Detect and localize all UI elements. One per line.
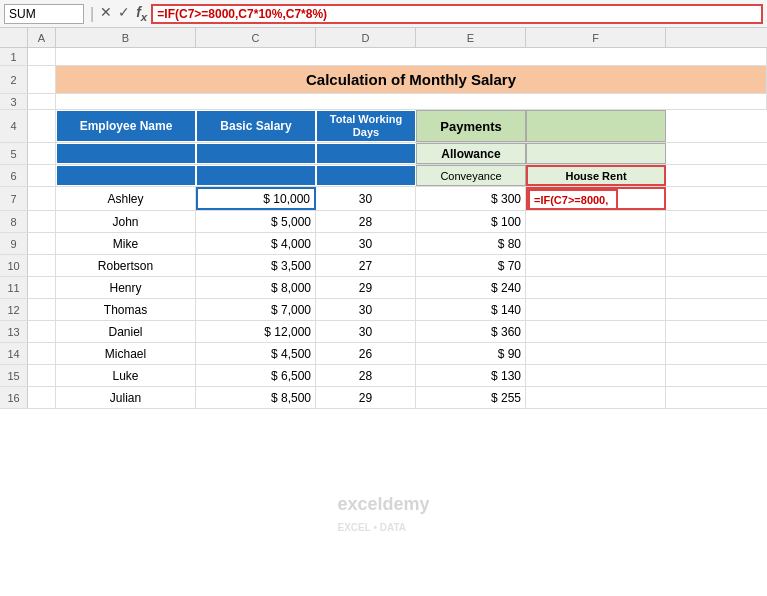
- cell-e7-conv[interactable]: $ 300: [416, 187, 526, 210]
- cell-c13[interactable]: $ 12,000: [196, 321, 316, 342]
- name-box[interactable]: [4, 4, 84, 24]
- cell-b8[interactable]: John: [56, 211, 196, 232]
- row-14: 14 Michael $ 4,500 26 $ 90: [0, 343, 767, 365]
- cell-c10[interactable]: $ 3,500: [196, 255, 316, 276]
- col-header-b: B: [56, 28, 196, 47]
- cell-a12[interactable]: [28, 299, 56, 320]
- cell-c11[interactable]: $ 8,000: [196, 277, 316, 298]
- cell-f9[interactable]: [526, 233, 666, 254]
- cell-e15[interactable]: $ 130: [416, 365, 526, 386]
- cell-e11[interactable]: $ 240: [416, 277, 526, 298]
- row-8: 8 John $ 5,000 28 $ 100: [0, 211, 767, 233]
- cell-c8[interactable]: $ 5,000: [196, 211, 316, 232]
- cell-c9[interactable]: $ 4,000: [196, 233, 316, 254]
- cell-d12[interactable]: 30: [316, 299, 416, 320]
- cell-d16[interactable]: 29: [316, 387, 416, 408]
- cell-f14[interactable]: [526, 343, 666, 364]
- cell-a15[interactable]: [28, 365, 56, 386]
- cell-e13[interactable]: $ 360: [416, 321, 526, 342]
- row-4: 4 Employee Name Basic Salary Total Worki…: [0, 110, 767, 143]
- cell-b11[interactable]: Henry: [56, 277, 196, 298]
- cell-c5: [196, 143, 316, 164]
- cell-e8[interactable]: $ 100: [416, 211, 526, 232]
- row-9: 9 Mike $ 4,000 30 $ 80: [0, 233, 767, 255]
- formula-input[interactable]: [151, 4, 763, 24]
- cell-a7[interactable]: [28, 187, 56, 210]
- cell-e12[interactable]: $ 140: [416, 299, 526, 320]
- confirm-icon[interactable]: ✓: [118, 4, 130, 23]
- cell-b15[interactable]: Luke: [56, 365, 196, 386]
- cell-b16[interactable]: Julian: [56, 387, 196, 408]
- cell-a4[interactable]: [28, 110, 56, 142]
- cell-b12[interactable]: Thomas: [56, 299, 196, 320]
- cell-e10[interactable]: $ 70: [416, 255, 526, 276]
- cell-a16[interactable]: [28, 387, 56, 408]
- cell-b10[interactable]: Robertson: [56, 255, 196, 276]
- cell-f13[interactable]: [526, 321, 666, 342]
- cell-d9[interactable]: 30: [316, 233, 416, 254]
- cell-e9[interactable]: $ 80: [416, 233, 526, 254]
- payments-header: Payments: [416, 110, 526, 142]
- formula-bar: | ✕ ✓ fx: [0, 0, 767, 28]
- row-num-7: 7: [0, 187, 28, 210]
- cell-b6: [56, 165, 196, 186]
- cell-f15[interactable]: [526, 365, 666, 386]
- fx-icon[interactable]: fx: [136, 4, 147, 23]
- row-num-10: 10: [0, 255, 28, 276]
- col-header-c: C: [196, 28, 316, 47]
- cell-f7-house[interactable]: =IF(C7>=8000, C7*10%,C7* 8%): [526, 187, 666, 210]
- cell-e14[interactable]: $ 90: [416, 343, 526, 364]
- cell-a3[interactable]: [28, 94, 56, 109]
- house-rent-header: House Rent: [526, 165, 666, 186]
- cell-d11[interactable]: 29: [316, 277, 416, 298]
- cell-d10[interactable]: 27: [316, 255, 416, 276]
- cell-d14[interactable]: 26: [316, 343, 416, 364]
- row-num-3: 3: [0, 94, 28, 109]
- cell-f16[interactable]: [526, 387, 666, 408]
- row-num-1: 1: [0, 48, 28, 65]
- cell-b13[interactable]: Daniel: [56, 321, 196, 342]
- cell-a14[interactable]: [28, 343, 56, 364]
- cell-d8[interactable]: 28: [316, 211, 416, 232]
- cell-c15[interactable]: $ 6,500: [196, 365, 316, 386]
- cell-a1[interactable]: [28, 48, 56, 65]
- row-7: 7 Ashley $ 10,000 30 $ 300 =IF(C7>=8000,…: [0, 187, 767, 211]
- cell-d15[interactable]: 28: [316, 365, 416, 386]
- row-num-4: 4: [0, 110, 28, 142]
- row-3: 3: [0, 94, 767, 110]
- row-6: 6 Conveyance House Rent: [0, 165, 767, 187]
- cell-f11[interactable]: [526, 277, 666, 298]
- employee-name-header: Employee Name: [56, 110, 196, 142]
- cell-f8[interactable]: [526, 211, 666, 232]
- row-13: 13 Daniel $ 12,000 30 $ 360: [0, 321, 767, 343]
- cell-a5[interactable]: [28, 143, 56, 164]
- cell-b1-f1[interactable]: [56, 48, 767, 65]
- cell-e16[interactable]: $ 255: [416, 387, 526, 408]
- cell-a6[interactable]: [28, 165, 56, 186]
- cell-a9[interactable]: [28, 233, 56, 254]
- row-num-5: 5: [0, 143, 28, 164]
- cell-d13[interactable]: 30: [316, 321, 416, 342]
- cell-b14[interactable]: Michael: [56, 343, 196, 364]
- cell-c16[interactable]: $ 8,500: [196, 387, 316, 408]
- cell-d7-days[interactable]: 30: [316, 187, 416, 210]
- row-12: 12 Thomas $ 7,000 30 $ 140: [0, 299, 767, 321]
- formula-tooltip: =IF(C7>=8000, C7*10%,C7* 8%): [528, 189, 618, 210]
- cell-f10[interactable]: [526, 255, 666, 276]
- cell-a10[interactable]: [28, 255, 56, 276]
- cell-c12[interactable]: $ 7,000: [196, 299, 316, 320]
- row-num-12: 12: [0, 299, 28, 320]
- cell-b9[interactable]: Mike: [56, 233, 196, 254]
- cell-f12[interactable]: [526, 299, 666, 320]
- title-cell: Calculation of Monthly Salary: [56, 66, 767, 93]
- cell-a8[interactable]: [28, 211, 56, 232]
- cell-a11[interactable]: [28, 277, 56, 298]
- row-num-8: 8: [0, 211, 28, 232]
- cell-c7-salary[interactable]: $ 10,000: [196, 187, 316, 210]
- cell-a13[interactable]: [28, 321, 56, 342]
- cell-a2[interactable]: [28, 66, 56, 93]
- cell-c14[interactable]: $ 4,500: [196, 343, 316, 364]
- cell-b3-f3[interactable]: [56, 94, 767, 109]
- cell-b7-name[interactable]: Ashley: [56, 187, 196, 210]
- cancel-icon[interactable]: ✕: [100, 4, 112, 23]
